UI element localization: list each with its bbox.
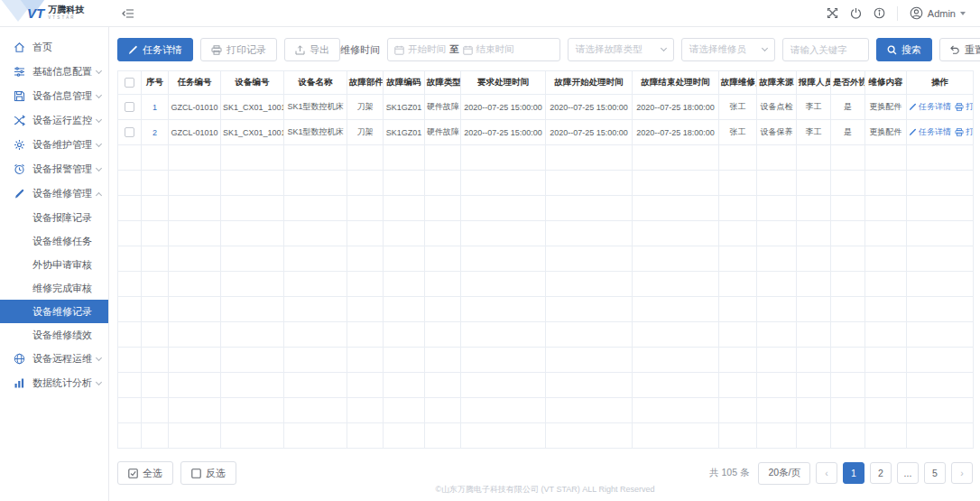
start-time-placeholder: 开始时间 — [408, 43, 446, 56]
cell-seq: 1 — [142, 95, 169, 120]
column-header: 故障结束处理时间 — [633, 71, 719, 95]
main-content: 任务详情 打印记录 导出 维修时间 开始时间 — [110, 27, 980, 501]
cell-fault_part: 刀架 — [347, 95, 384, 120]
sidebar-subitem-outsource-apply-audit[interactable]: 外协申请审核 — [0, 253, 108, 276]
sidebar-item-device-maint-mgmt[interactable]: 设备维护管理 — [0, 133, 108, 157]
empty-table-row — [118, 348, 974, 373]
user-menu[interactable]: Admin — [910, 6, 966, 20]
app-logo: VT 万腾科技 VTSTAR — [0, 0, 109, 27]
keyword-input[interactable] — [782, 38, 869, 61]
column-header: 设备编号 — [221, 71, 284, 95]
select-all-button[interactable]: 全选 — [117, 461, 173, 485]
repairer-select[interactable]: 请选择维修员 — [681, 38, 775, 61]
power-icon[interactable] — [850, 7, 862, 19]
sidebar-item-base-info-config[interactable]: 基础信息配置 — [0, 60, 108, 84]
disk-icon — [14, 90, 25, 102]
cell-task_no: GZCL-01010 — [169, 95, 221, 120]
empty-table-row — [118, 297, 974, 322]
cell-start_time: 2020--07-25 15:00:00 — [546, 120, 633, 145]
next-page-button[interactable]: › — [951, 462, 973, 484]
search-button[interactable]: 搜索 — [876, 38, 932, 61]
row-task-detail-link[interactable]: 任务详情 — [909, 101, 951, 113]
pencil-icon — [909, 103, 917, 111]
sidebar-item-device-run-monitor[interactable]: 设备运行监控 — [0, 108, 108, 133]
empty-table-row — [118, 423, 974, 449]
cell-fault_source: 设备保养 — [757, 120, 797, 145]
export-button[interactable]: 导出 — [284, 38, 340, 61]
chevron-down-icon — [96, 140, 102, 146]
sidebar-subitem-repair-tasks[interactable]: 设备维修任务 — [0, 229, 108, 253]
cell-end_time: 2020--07-25 18:00:00 — [633, 120, 719, 145]
reset-button[interactable]: 重置 — [939, 38, 980, 61]
page-button-1[interactable]: 1 — [843, 462, 864, 484]
chevron-down-icon — [762, 45, 768, 51]
sidebar-subitem-repair-records[interactable]: 设备维修记录 — [0, 300, 108, 323]
chevron-down-icon — [960, 12, 966, 15]
sidebar-subitem-fault-report-records[interactable]: 设备报障记录 — [0, 206, 108, 229]
sidebar-item-label: 设备报警管理 — [32, 162, 92, 176]
sidebar-item-label: 设备信息管理 — [32, 89, 92, 103]
gear-icon — [14, 139, 25, 151]
chevron-down-icon — [96, 354, 102, 360]
date-range-picker[interactable]: 开始时间 至 结束时间 — [387, 38, 560, 61]
sidebar-item-device-info-mgmt[interactable]: 设备信息管理 — [0, 84, 108, 108]
undo-icon — [950, 45, 960, 54]
cell-outsourced: 是 — [831, 120, 865, 145]
sidebar-item-home[interactable]: 首页 — [0, 35, 108, 60]
sidebar-item-device-alarm-mgmt[interactable]: 设备报警管理 — [0, 157, 108, 181]
globe-icon — [14, 353, 25, 365]
info-icon[interactable] — [874, 7, 885, 19]
cell-outsourced: 是 — [831, 95, 865, 120]
brand-name: 万腾科技 — [48, 5, 84, 14]
table-row[interactable]: 2GZCL-01010SK1_CX01_1001SK1型数控机床刀架SK1GZ0… — [118, 120, 974, 145]
empty-table-row — [118, 398, 974, 423]
task-detail-button[interactable]: 任务详情 — [117, 38, 193, 61]
brand-subtitle: VTSTAR — [48, 16, 84, 21]
cell-fault_type: 硬件故障 — [425, 95, 461, 120]
cell-reporter: 李工 — [797, 120, 831, 145]
chevron-down-icon — [96, 164, 102, 171]
page-button-5[interactable]: 5 — [924, 462, 946, 484]
sidebar-subitem-repair-complete-audit[interactable]: 维修完成审核 — [0, 276, 108, 300]
fullscreen-icon[interactable] — [827, 7, 838, 19]
prev-page-button[interactable]: ‹ — [816, 462, 837, 484]
sidebar-subitem-repair-performance[interactable]: 设备维修绩效 — [0, 323, 108, 347]
sidebar-item-device-remote-ops[interactable]: 设备远程运维 — [0, 347, 108, 371]
total-count: 共 105 条 — [709, 467, 749, 479]
page-ellipsis[interactable]: ... — [897, 462, 919, 484]
cell-device_no: SK1_CX01_1001 — [221, 120, 284, 145]
fault-type-select[interactable]: 请选择故障类型 — [568, 38, 674, 61]
row-print-link[interactable]: 打印 — [955, 126, 974, 138]
page-button-2[interactable]: 2 — [870, 462, 892, 484]
print-record-button[interactable]: 打印记录 — [200, 38, 277, 61]
cell-start_time: 2020--07-25 15:00:00 — [546, 95, 633, 120]
topbar-divider — [897, 6, 898, 21]
column-header: 故障开始处理时间 — [546, 71, 633, 95]
chevron-down-icon — [661, 45, 667, 51]
row-task-detail-link[interactable]: 任务详情 — [909, 126, 951, 138]
empty-table-row — [118, 171, 974, 196]
cell-task_no: GZCL-01010 — [169, 120, 221, 145]
column-header: 维修内容 — [865, 71, 907, 95]
sidebar-item-device-repair-mgmt[interactable]: 设备维修管理 — [0, 181, 108, 206]
row-checkbox[interactable] — [125, 127, 134, 137]
table-row[interactable]: 1GZCL-01010SK1_CX01_1001SK1型数控机床刀架SK1GZ0… — [118, 95, 974, 120]
cell-fault_part: 刀架 — [347, 120, 384, 145]
invert-select-button[interactable]: 反选 — [180, 461, 236, 485]
row-print-link[interactable]: 打印 — [955, 101, 974, 113]
column-header: 要求处理时间 — [461, 71, 546, 95]
cell-fault_source: 设备点检 — [757, 95, 797, 120]
column-header: 是否外协 — [831, 71, 865, 95]
page-size-select[interactable]: 20条/页 — [758, 462, 810, 485]
copyright-footer: ©山东万腾电子科技有限公司 (VT STAR) ALL Right Reserv… — [110, 484, 980, 496]
cell-repair_content: 更换配件 — [865, 95, 907, 120]
cell-repairer: 张工 — [719, 95, 757, 120]
alarm-icon — [14, 163, 25, 175]
printer-icon — [955, 103, 964, 111]
cell-fault_code: SK1GZ01 — [384, 95, 425, 120]
row-checkbox[interactable] — [125, 102, 134, 112]
sidebar-collapse-icon[interactable] — [122, 8, 134, 19]
select-all-checkbox[interactable] — [125, 78, 134, 88]
sidebar-item-data-stats-analysis[interactable]: 数据统计分析 — [0, 371, 108, 395]
chevron-down-icon — [96, 67, 102, 73]
